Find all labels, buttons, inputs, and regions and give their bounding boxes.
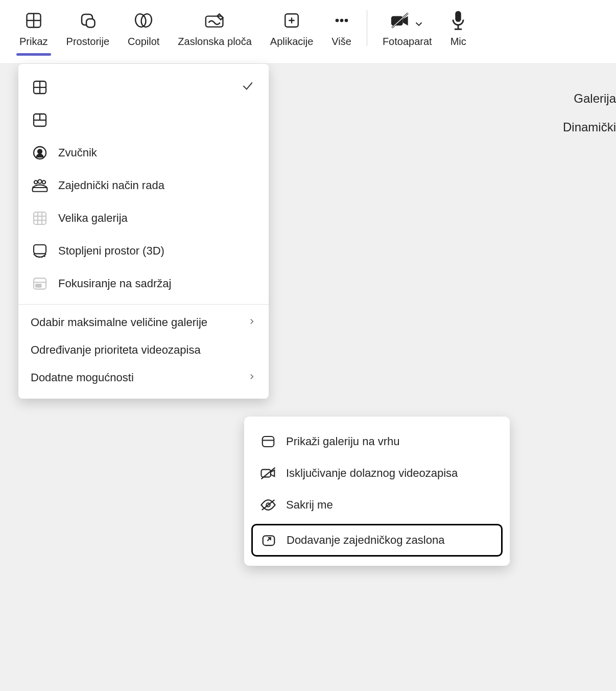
toolbar-view-label: Prikaz bbox=[19, 36, 48, 48]
people-together-icon bbox=[31, 176, 49, 195]
view-option-more-options[interactable]: Dodatne mogućnosti bbox=[18, 364, 269, 391]
speaker-person-icon bbox=[31, 144, 49, 162]
submenu-pop-out-label: Dodavanje zajedničkog zaslona bbox=[287, 534, 444, 547]
submenu-disable-incoming-video[interactable]: Isključivanje dolaznog videozapisa bbox=[251, 457, 503, 489]
svg-point-5 bbox=[134, 13, 147, 28]
svg-rect-47 bbox=[261, 470, 270, 477]
svg-point-30 bbox=[42, 180, 46, 184]
more-options-label: Dodatne mogućnosti bbox=[31, 371, 242, 384]
toolbar-more-label: Više bbox=[331, 36, 351, 48]
view-option-max-gallery-size[interactable]: Odabir maksimalne veličine galerije bbox=[18, 309, 269, 336]
svg-rect-44 bbox=[36, 284, 41, 287]
active-tab-underline bbox=[16, 53, 51, 56]
checkmark-icon bbox=[241, 79, 254, 96]
submenu-pop-out-shared[interactable]: Dodavanje zajedničkog zaslona bbox=[251, 524, 503, 557]
svg-point-27 bbox=[38, 149, 42, 153]
whiteboard-icon bbox=[204, 8, 226, 33]
svg-point-29 bbox=[38, 179, 41, 183]
view-option-together-label: Zajednički način rada bbox=[58, 179, 256, 192]
gallery-top-icon bbox=[259, 433, 277, 450]
more-options-submenu: Prikaži galeriju na vrhu Isključivanje d… bbox=[244, 417, 510, 566]
svg-point-28 bbox=[34, 180, 38, 184]
toolbar-whiteboard-button[interactable]: Zaslonska ploča bbox=[169, 5, 261, 51]
side-label-dynamic: Dinamički bbox=[563, 113, 616, 142]
svg-point-11 bbox=[335, 19, 339, 22]
content-area: Galerija Dinamički bbox=[0, 64, 616, 691]
view-option-prioritize-video[interactable]: Određivanje prioriteta videozapisa bbox=[18, 336, 269, 364]
toolbar-copilot-label: Copilot bbox=[128, 36, 159, 48]
focus-content-icon bbox=[31, 274, 49, 293]
mic-icon bbox=[451, 8, 466, 33]
grid-icon bbox=[25, 8, 43, 33]
view-option-speaker-label: Zvučnik bbox=[58, 146, 256, 159]
toolbar-camera-label: Fotoaparat bbox=[383, 36, 432, 48]
apps-plus-icon bbox=[283, 8, 300, 33]
view-option-immersive-3d-label: Stopljeni prostor (3D) bbox=[58, 244, 256, 258]
submenu-gallery-top-label: Prikaži galeriju na vrhu bbox=[286, 435, 400, 448]
submenu-disable-incoming-label: Isključivanje dolaznog videozapisa bbox=[286, 467, 458, 480]
max-gallery-size-label: Odabir maksimalne veličine galerije bbox=[31, 316, 242, 329]
svg-point-6 bbox=[140, 13, 153, 28]
copilot-icon bbox=[133, 8, 154, 33]
submenu-gallery-top[interactable]: Prikaži galeriju na vrhu bbox=[251, 426, 503, 457]
prioritize-video-label: Određivanje prioriteta videozapisa bbox=[31, 343, 256, 357]
dynamic-grid-icon bbox=[31, 111, 49, 129]
chevron-right-icon bbox=[247, 371, 256, 384]
large-grid-icon bbox=[31, 209, 49, 227]
view-dropdown-menu: Zvučnik Zajednički način rada Velika bbox=[18, 64, 269, 399]
submenu-hide-me-label: Sakrij me bbox=[286, 498, 333, 512]
svg-rect-31 bbox=[33, 188, 48, 192]
immersive-3d-icon bbox=[31, 242, 49, 260]
svg-rect-32 bbox=[34, 212, 46, 224]
rooms-icon bbox=[79, 8, 97, 33]
submenu-hide-me[interactable]: Sakrij me bbox=[251, 489, 503, 521]
pop-out-icon bbox=[260, 532, 277, 549]
more-ellipsis-icon bbox=[333, 8, 351, 33]
chevron-down-icon[interactable] bbox=[413, 18, 424, 32]
toolbar-more-button[interactable]: Više bbox=[322, 5, 361, 51]
toolbar-rooms-button[interactable]: Prostorije bbox=[57, 5, 119, 51]
toolbar-rooms-label: Prostorije bbox=[66, 36, 109, 48]
meeting-toolbar: Prikaz Prostorije Copilot Zaslonska bbox=[0, 0, 616, 64]
toolbar-view-button[interactable]: Prikaz bbox=[10, 5, 57, 51]
view-option-dynamic-gallery[interactable] bbox=[18, 104, 269, 136]
toolbar-apps-label: Aplikacije bbox=[270, 36, 313, 48]
dropdown-divider bbox=[18, 304, 269, 305]
toolbar-mic-label: Mic bbox=[451, 36, 466, 48]
camera-off-outline-icon bbox=[259, 465, 277, 482]
toolbar-copilot-button[interactable]: Copilot bbox=[119, 5, 169, 51]
grid-icon bbox=[31, 78, 49, 97]
toolbar-mic-button[interactable]: Mic bbox=[441, 5, 476, 51]
view-option-immersive-3d[interactable]: Stopljeni prostor (3D) bbox=[18, 235, 269, 267]
camera-off-icon bbox=[390, 8, 410, 33]
svg-rect-7 bbox=[205, 16, 223, 27]
eye-off-icon bbox=[259, 496, 277, 514]
view-option-together[interactable]: Zajednički način rada bbox=[18, 169, 269, 202]
toolbar-whiteboard-label: Zaslonska ploča bbox=[178, 36, 252, 48]
toolbar-camera-button[interactable]: Fotoaparat bbox=[373, 5, 441, 51]
chevron-right-icon bbox=[247, 316, 256, 329]
svg-rect-45 bbox=[263, 436, 274, 447]
view-option-large-gallery-label: Velika galerija bbox=[58, 212, 256, 225]
side-label-gallery: Galerija bbox=[563, 84, 616, 113]
toolbar-separator bbox=[367, 10, 367, 46]
svg-rect-17 bbox=[455, 11, 461, 21]
svg-point-12 bbox=[340, 19, 343, 22]
view-option-speaker[interactable]: Zvučnik bbox=[18, 136, 269, 169]
view-option-focus-content-label: Fokusiranje na sadržaj bbox=[58, 277, 256, 290]
svg-rect-4 bbox=[86, 19, 95, 28]
view-option-focus-content[interactable]: Fokusiranje na sadržaj bbox=[18, 267, 269, 300]
background-side-labels: Galerija Dinamički bbox=[563, 84, 616, 142]
svg-rect-37 bbox=[34, 245, 46, 254]
view-option-large-gallery[interactable]: Velika galerija bbox=[18, 202, 269, 235]
view-option-gallery[interactable] bbox=[18, 71, 269, 104]
toolbar-apps-button[interactable]: Aplikacije bbox=[261, 5, 322, 51]
svg-point-13 bbox=[344, 19, 348, 22]
